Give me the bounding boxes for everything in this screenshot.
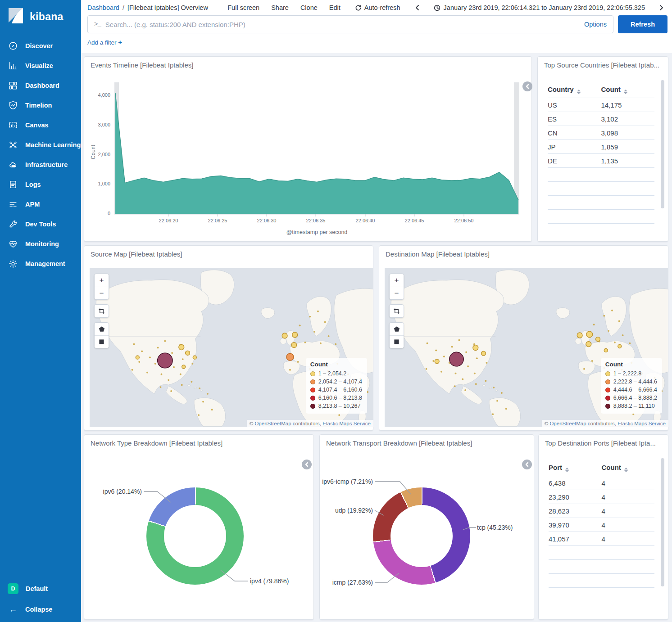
elastic-maps-service-link[interactable]: Elastic Maps Service: [618, 421, 666, 426]
y-tick: 0: [84, 211, 110, 216]
slice-label-ipv4: ipv4 (79.86%): [250, 577, 289, 585]
logs-icon: [8, 180, 18, 190]
draw-polygon-button[interactable]: [390, 323, 404, 335]
compass-icon: [8, 41, 18, 51]
terminal-prompt-icon: >_: [94, 21, 101, 28]
sidebar-item-machine-learning[interactable]: Machine Learning: [0, 135, 81, 155]
column-header-country[interactable]: Country: [548, 86, 601, 94]
map-controls: + −: [94, 274, 109, 348]
sidebar-item-label: Dev Tools: [25, 221, 56, 228]
legend-toggle-button[interactable]: [522, 81, 532, 91]
time-range-picker[interactable]: January 23rd 2019, 22:06:14.321 to Janua…: [434, 4, 645, 11]
column-header-port[interactable]: Port: [549, 464, 602, 472]
kibana-logo[interactable]: kibana: [0, 0, 81, 36]
countries-table: Country Count US14,175 ES3,102 CN3,098 J…: [548, 82, 654, 224]
table-row: ES3,102: [548, 112, 654, 126]
source-map[interactable]: + − Count 1 – 2,054.2 2,054.2 – 4,107.4 …: [90, 268, 373, 427]
sidebar-item-apm[interactable]: APM: [0, 194, 81, 214]
table-scrollbar[interactable]: [661, 80, 664, 208]
sidebar-item-label: Monitoring: [25, 240, 59, 248]
draw-polygon-button[interactable]: [95, 323, 109, 335]
edit-button[interactable]: Edit: [329, 4, 341, 11]
sidebar-item-label: Discover: [25, 42, 53, 50]
legend-toggle-button[interactable]: [302, 460, 312, 469]
sidebar-item-discover[interactable]: Discover: [0, 36, 81, 56]
clone-button[interactable]: Clone: [300, 4, 318, 11]
time-forward-button[interactable]: [657, 5, 667, 11]
network-type-donut[interactable]: [146, 487, 244, 585]
column-header-count[interactable]: Count: [601, 86, 655, 94]
zoom-out-button[interactable]: −: [390, 287, 404, 299]
collapse-label: Collapse: [25, 606, 52, 613]
fit-bounds-button[interactable]: [390, 305, 404, 317]
table-row: DE1,135: [548, 154, 654, 168]
share-button[interactable]: Share: [271, 4, 289, 11]
sidebar-item-dev-tools[interactable]: Dev Tools: [0, 214, 81, 234]
openstreetmap-link[interactable]: OpenStreetMap: [254, 421, 291, 426]
elastic-maps-service-link[interactable]: Elastic Maps Service: [322, 421, 371, 426]
zoom-out-button[interactable]: −: [95, 287, 109, 299]
network-transport-donut[interactable]: [373, 487, 470, 585]
panel-title[interactable]: Network Transport Breakdown [Filebeat Ip…: [326, 439, 472, 447]
fit-bounds-button[interactable]: [95, 305, 109, 317]
y-tick: 1,000: [84, 181, 110, 186]
sidebar-item-dashboard[interactable]: Dashboard: [0, 76, 81, 95]
search-input[interactable]: [105, 21, 580, 28]
kibana-logo-icon: [7, 7, 24, 26]
legend-toggle-button[interactable]: [522, 460, 532, 469]
panel-title[interactable]: Top Destination Ports [Filebeat Ipta...: [545, 439, 656, 447]
legend-item: 8,888.2 – 11,110: [605, 402, 657, 410]
draw-rectangle-button[interactable]: [390, 335, 404, 348]
sidebar-item-monitoring[interactable]: Monitoring: [0, 234, 81, 254]
header-actions: Full screen Share Clone Edit Auto-refres…: [227, 4, 667, 11]
panel-title[interactable]: Top Source Countries [Filebeat Iptab...: [544, 61, 659, 69]
breadcrumb-dashboard-link[interactable]: Dashboard: [87, 4, 119, 11]
legend-item: 2,054.2 – 4,107.4: [310, 378, 362, 386]
x-axis-ticks: [168, 214, 464, 216]
top-header: Dashboard / [Filebeat Iptables] Overview…: [81, 0, 672, 53]
panel-title[interactable]: Destination Map [Filebeat Iptables]: [386, 250, 490, 258]
panel-title[interactable]: Events Timeline [Filebeat Iptables]: [91, 61, 193, 69]
collapse-button[interactable]: ← Collapse: [0, 600, 81, 618]
refresh-button[interactable]: Refresh: [618, 15, 667, 33]
timeline-area-chart[interactable]: [114, 82, 519, 217]
full-screen-button[interactable]: Full screen: [227, 4, 259, 11]
time-back-button[interactable]: [412, 5, 422, 11]
draw-rectangle-button[interactable]: [95, 335, 109, 348]
column-header-count[interactable]: Count: [602, 464, 655, 472]
map-controls: + −: [389, 274, 404, 348]
machine-learning-icon: [8, 140, 18, 150]
add-filter-link[interactable]: Add a filter +: [87, 38, 122, 46]
space-badge: D: [8, 583, 18, 594]
slice-label-ipv6-icmp: ipv6-icmp (7.21%): [320, 478, 373, 485]
table-row: CN3,098: [548, 126, 654, 140]
destination-map[interactable]: + − Count 1 – 2,222.8 2,222.8 – 4,444.6 …: [385, 268, 668, 427]
panel-title[interactable]: Source Map [Filebeat Iptables]: [91, 250, 182, 258]
table-row-empty: [548, 196, 654, 210]
sidebar-item-logs[interactable]: Logs: [0, 175, 81, 194]
sidebar-item-visualize[interactable]: Visualize: [0, 56, 81, 76]
y-tick: 4,000: [84, 92, 110, 98]
table-row-empty: [549, 546, 654, 560]
sidebar-item-timelion[interactable]: Timelion: [0, 95, 81, 115]
area-series: [115, 93, 518, 214]
sidebar-item-infrastructure[interactable]: Infrastructure: [0, 155, 81, 175]
sidebar-item-canvas[interactable]: Canvas: [0, 115, 81, 135]
zoom-in-button[interactable]: +: [95, 274, 109, 287]
x-tick: 22:06:45: [405, 218, 424, 223]
sidebar-item-management[interactable]: Management: [0, 254, 81, 274]
space-selector[interactable]: D Default: [0, 579, 81, 599]
table-row: 23,2904: [549, 490, 654, 504]
auto-refresh-button[interactable]: Auto-refresh: [355, 4, 400, 11]
zoom-in-button[interactable]: +: [390, 274, 404, 287]
query-box[interactable]: >_ Options: [87, 15, 613, 33]
panel-top-source-countries: Top Source Countries [Filebeat Iptab... …: [537, 56, 668, 242]
options-link[interactable]: Options: [584, 21, 607, 28]
sidebar-item-label: Machine Learning: [25, 141, 81, 149]
table-scrollbar[interactable]: [661, 458, 664, 586]
openstreetmap-link[interactable]: OpenStreetMap: [549, 421, 586, 426]
table-row-empty: [548, 168, 654, 182]
map-attribution: © OpenStreetMap contributors, Elastic Ma…: [542, 420, 668, 427]
panel-title[interactable]: Network Type Breakdown [Filebeat Iptable…: [91, 439, 222, 447]
breadcrumb-current: [Filebeat Iptables] Overview: [127, 4, 208, 11]
